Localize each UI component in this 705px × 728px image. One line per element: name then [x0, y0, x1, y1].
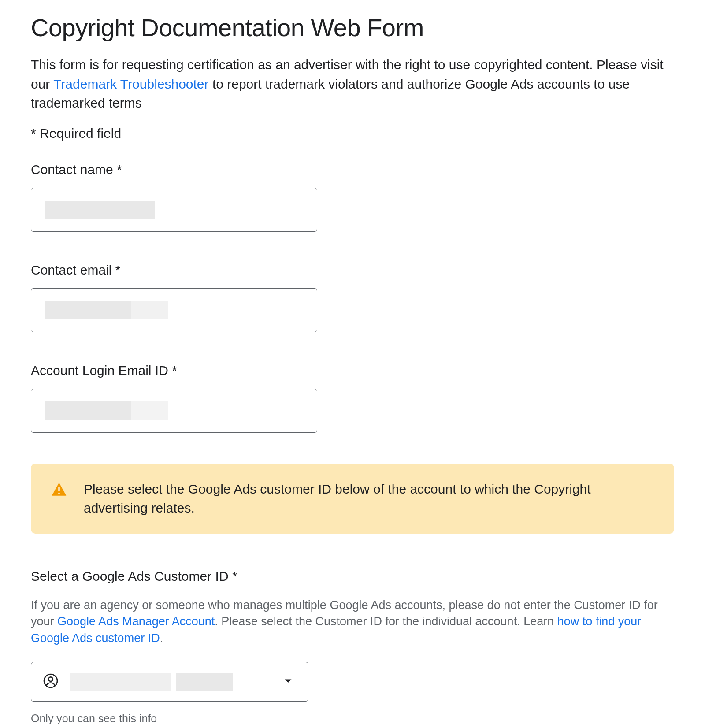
contact-name-input[interactable]	[31, 188, 317, 232]
redacted-value	[45, 301, 168, 319]
redacted-value	[176, 673, 233, 691]
redacted-value	[45, 201, 155, 219]
contact-email-input[interactable]	[31, 288, 317, 332]
select-value	[70, 673, 273, 691]
helper-text-3: .	[160, 631, 163, 645]
alert-text: Please select the Google Ads customer ID…	[84, 479, 655, 518]
customer-id-label: Select a Google Ads Customer ID *	[31, 569, 674, 584]
intro-paragraph: This form is for requesting certificatio…	[31, 55, 674, 113]
warning-icon	[50, 481, 68, 499]
svg-rect-0	[58, 487, 59, 491]
helper-text-2: . Please select the Customer ID for the …	[215, 615, 557, 628]
required-field-note: * Required field	[31, 126, 674, 141]
person-icon	[43, 673, 59, 691]
customer-id-select[interactable]	[31, 662, 308, 702]
svg-point-3	[48, 677, 53, 681]
contact-name-label: Contact name *	[31, 162, 674, 177]
contact-name-group: Contact name *	[31, 162, 674, 232]
contact-email-label: Contact email *	[31, 263, 674, 278]
redacted-value	[45, 401, 168, 420]
privacy-note: Only you can see this info	[31, 712, 674, 725]
svg-rect-1	[58, 493, 59, 494]
trademark-troubleshooter-link[interactable]: Trademark Troubleshooter	[53, 77, 208, 91]
account-login-email-label: Account Login Email ID *	[31, 363, 674, 378]
contact-email-group: Contact email *	[31, 263, 674, 332]
alert-box: Please select the Google Ads customer ID…	[31, 464, 674, 534]
account-login-email-group: Account Login Email ID *	[31, 363, 674, 433]
manager-account-link[interactable]: Google Ads Manager Account	[57, 615, 215, 628]
customer-id-section: Select a Google Ads Customer ID * If you…	[31, 569, 674, 725]
chevron-down-icon	[284, 678, 292, 686]
customer-id-helper: If you are an agency or someone who mana…	[31, 597, 674, 647]
redacted-value	[70, 673, 171, 691]
page-title: Copyright Documentation Web Form	[31, 13, 674, 42]
account-login-email-input[interactable]	[31, 389, 317, 433]
